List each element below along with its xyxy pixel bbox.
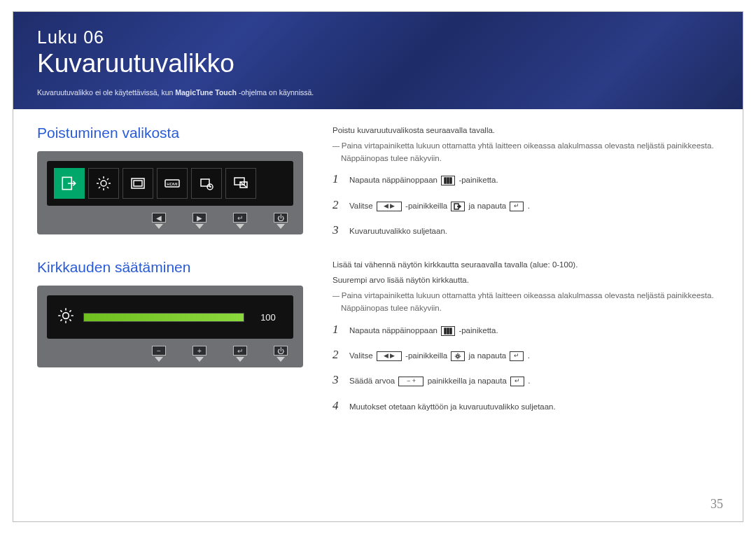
svg-rect-13 — [450, 178, 451, 183]
step-text: Napauta näppäinoppaan -painiketta. — [349, 174, 719, 187]
osd-brightness-icon — [88, 168, 119, 199]
step-post: ja napauta — [469, 351, 509, 360]
osd-icon-row: HDMI — [47, 161, 293, 206]
step-row: 3 Kuvaruutuvalikko suljetaan. — [332, 221, 719, 239]
brightness-inner: 100 — [47, 295, 293, 339]
chapter-label: Luku — [37, 27, 78, 47]
left-right-arrows-icon: ◀ ▶ — [377, 351, 402, 361]
step-post: ja napauta — [469, 202, 509, 210]
step-row: 3 Säädä arvoa − + painikkeilla ja napaut… — [332, 371, 719, 389]
section1-title: Poistuminen valikosta — [37, 125, 317, 141]
step-period: . — [528, 351, 530, 360]
step-pre: Napauta näppäinoppaan — [349, 176, 440, 184]
enter-icon: ↵ — [510, 377, 524, 386]
step-period: . — [528, 377, 530, 385]
chapter-note-bold: MagicTune Touch — [175, 88, 237, 97]
section2-intro2: Suurempi arvo lisää näytön kirkkautta. — [332, 274, 719, 287]
section1-intro: Poistu kuvaruutuvalikosta seuraavalla ta… — [332, 125, 719, 137]
step-pre: Säädä arvoa — [349, 377, 397, 385]
down-arrow-icon — [195, 224, 204, 229]
osd-hint-left: ◀ — [152, 213, 166, 229]
exit-icon — [451, 202, 465, 211]
page-number: 35 — [710, 497, 723, 512]
section2-title: Kirkkauden säätäminen — [37, 259, 317, 276]
brightness-sun-icon — [57, 307, 75, 328]
step-number: 2 — [332, 346, 342, 364]
osd-hint-power: ⏻ — [274, 213, 288, 229]
step-row: 2 Valitse ◀ ▶ -painikkeilla ja napauta ↵… — [332, 196, 719, 214]
chapter-number: 06 — [83, 27, 104, 47]
content-grid: Poistuminen valikosta HDMI — [13, 109, 743, 429]
step-mid: -painikkeilla — [405, 202, 449, 210]
osd-menu-panel: HDMI ◀ ▶ — [37, 151, 303, 234]
step-number: 4 — [332, 397, 342, 415]
power-icon: ⏻ — [274, 346, 288, 356]
section2-note: Paina virtapainiketta lukuun ottamatta y… — [332, 290, 719, 315]
brightness-value: 100 — [253, 312, 284, 323]
right-arrow-icon: ▶ — [192, 213, 206, 223]
enter-icon: ↵ — [233, 346, 247, 356]
step-text: Valitse ◀ ▶ -painikkeilla ja napauta ↵ . — [349, 350, 719, 363]
minus-icon: − — [152, 346, 166, 356]
menu-icon — [441, 326, 455, 336]
step-pre: Valitse — [349, 202, 375, 210]
osd-hdmi-icon: HDMI — [157, 168, 188, 199]
step-text: Kuvaruutuvalikko suljetaan. — [349, 225, 719, 238]
menu-icon — [441, 176, 455, 185]
down-arrow-icon — [236, 224, 244, 229]
bright-hint-plus: + — [192, 346, 206, 362]
page-frame: Luku 06 Kuvaruutuvalikko Kuvaruutuvalikk… — [13, 11, 743, 522]
osd-exit-icon — [54, 168, 85, 199]
step-post: -painiketta. — [458, 326, 498, 335]
step-post: painikkeilla ja napauta — [428, 377, 509, 385]
power-icon: ⏻ — [274, 213, 288, 223]
left-right-arrows-icon: ◀ ▶ — [377, 202, 402, 211]
brightness-bottom-hints: − + ↵ ⏻ — [40, 346, 300, 362]
section2-instructions: Lisää tai vähennä näytön kirkkautta seur… — [332, 259, 719, 422]
osd-hint-enter: ↵ — [233, 213, 247, 229]
step-text: Napauta näppäinoppaan -painiketta. — [349, 325, 719, 337]
chapter-note-suffix: -ohjelma on käynnissä. — [237, 88, 314, 97]
enter-icon: ↵ — [233, 213, 247, 223]
section2-intro1: Lisää tai vähennä näytön kirkkautta seur… — [332, 259, 719, 272]
bright-hint-minus: − — [152, 346, 166, 362]
brightness-bar-track — [83, 313, 244, 322]
svg-rect-16 — [444, 328, 446, 334]
step-number: 3 — [332, 221, 342, 239]
brightness-panel: 100 − + ↵ ⏻ — [37, 286, 303, 367]
step-pre: Napauta näppäinoppaan — [349, 326, 440, 335]
step-row: 2 Valitse ◀ ▶ -painikkeilla ja napauta ↵… — [332, 346, 719, 364]
plus-icon: + — [192, 346, 206, 356]
section1-note: Paina virtapainiketta lukuun ottamatta y… — [332, 140, 719, 165]
osd-hint-right: ▶ — [192, 213, 206, 229]
chapter-header: Luku 06 Kuvaruutuvalikko Kuvaruutuvalikk… — [13, 12, 743, 109]
svg-rect-12 — [447, 178, 449, 183]
down-arrow-icon — [236, 357, 244, 362]
step-post: -painiketta. — [458, 176, 498, 184]
down-arrow-icon — [155, 357, 163, 362]
step-text: Muutokset otetaan käyttöön ja kuvaruutuv… — [349, 401, 719, 414]
step-period: . — [528, 202, 530, 210]
down-arrow-icon — [276, 357, 285, 362]
osd-pip-icon — [225, 168, 256, 199]
svg-rect-17 — [447, 328, 449, 334]
left-arrow-icon: ◀ — [152, 213, 166, 223]
osd-picture-icon — [122, 168, 153, 199]
section1-left: Poistuminen valikosta HDMI — [37, 125, 317, 246]
step-number: 1 — [332, 170, 342, 188]
step-row: 4 Muutokset otetaan käyttöön ja kuvaruut… — [332, 397, 719, 415]
chapter-note-prefix: Kuvaruutuvalikko ei ole käytettävissä, k… — [37, 88, 175, 97]
section2-steps: 1 Napauta näppäinoppaan -painiketta. 2 V… — [332, 321, 719, 415]
down-arrow-icon — [276, 224, 285, 229]
down-arrow-icon — [155, 224, 163, 229]
step-row: 1 Napauta näppäinoppaan -painiketta. — [332, 321, 719, 339]
enter-icon: ↵ — [510, 202, 524, 211]
svg-point-15 — [63, 313, 69, 319]
step-pre: Valitse — [349, 351, 375, 360]
section2-left: Kirkkauden säätäminen 100 − — [37, 259, 317, 422]
svg-text:HDMI: HDMI — [167, 182, 178, 186]
svg-rect-11 — [444, 178, 446, 183]
chapter-number-line: Luku 06 — [37, 27, 719, 48]
section1-steps: 1 Napauta näppäinoppaan -painiketta. 2 V… — [332, 170, 719, 239]
brightness-bar-fill — [84, 314, 244, 321]
